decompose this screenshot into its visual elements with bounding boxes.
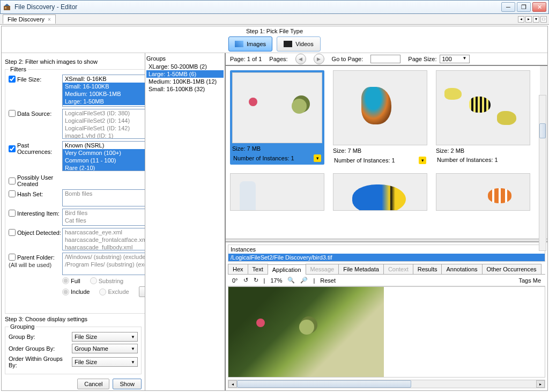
zoom-in-icon[interactable]: 🔍 xyxy=(287,277,295,284)
strip-max-icon[interactable]: □ xyxy=(540,16,547,23)
thumbnail-card[interactable]: Size: 7 MBNumber of Instances: 1▾ xyxy=(333,70,427,165)
list-item[interactable]: Medium: 100KB-1MB xyxy=(63,90,145,98)
substring-radio[interactable]: Substring xyxy=(90,277,123,284)
possibly-user-created-checkbox[interactable] xyxy=(9,177,16,184)
list-item[interactable]: image1.vhd (ID: 1) xyxy=(63,132,145,139)
list-item[interactable]: XSmall: 0-16KB xyxy=(63,75,145,83)
list-item[interactable]: LogicalFileSet3 (ID: 380) xyxy=(63,109,145,117)
list-item[interactable]: haarcascade_eye.xml xyxy=(63,228,145,236)
strip-prev-icon[interactable]: ◂ xyxy=(518,16,524,23)
order-groups-by-dropdown[interactable]: Group Name▼ xyxy=(72,344,138,353)
goto-page-input[interactable] xyxy=(370,55,400,63)
past-occurrences-listbox[interactable]: Known (NSRL) Very Common (100+) Common (… xyxy=(62,141,145,171)
group-item[interactable]: XLarge: 50-200MB (2) xyxy=(146,63,224,70)
list-item[interactable]: Bomb files xyxy=(63,190,145,197)
document-tab[interactable]: File Discovery × xyxy=(3,14,56,24)
data-source-listbox[interactable]: LogicalFileSet3 (ID: 380) LogicalFileSet… xyxy=(62,109,145,139)
thumbnail-grid[interactable]: Size: 7 MBNumber of Instances: 1▾Size: 7… xyxy=(226,66,547,239)
reset-button[interactable]: Reset xyxy=(320,277,336,284)
group-item[interactable]: Small: 16-100KB (32) xyxy=(146,85,224,93)
tags-menu-label[interactable]: Tags Me xyxy=(518,277,541,284)
notable-marker-icon[interactable]: ▾ xyxy=(419,157,426,164)
scrollbar-thumb[interactable] xyxy=(237,380,411,388)
instance-path[interactable]: /LogicalFileSet2/File Discovery/bird3.ti… xyxy=(228,254,545,261)
list-item[interactable]: Rare (2-10) xyxy=(63,164,145,171)
viewer-tab-results[interactable]: Results xyxy=(413,264,442,274)
list-item[interactable]: Large: 1-50MB xyxy=(63,98,145,105)
object-detected-checkbox[interactable] xyxy=(9,229,16,236)
object-detected-label[interactable]: Object Detected: xyxy=(9,228,62,236)
close-button[interactable]: ✕ xyxy=(532,2,546,12)
list-item[interactable]: haarcascade_fullbody.xml xyxy=(63,243,145,250)
rotate-ccw-icon[interactable]: ↺ xyxy=(243,277,248,284)
scrollbar-thumb[interactable] xyxy=(539,123,546,138)
exclude-radio[interactable]: Exclude xyxy=(99,289,129,295)
restore-button[interactable]: ❐ xyxy=(517,2,531,12)
list-item[interactable]: Small: 16-100KB xyxy=(63,83,145,90)
file-size-label[interactable]: File Size: xyxy=(9,75,62,83)
viewer-tab-file-metadata[interactable]: File Metadata xyxy=(338,264,384,274)
strip-menu-icon[interactable]: ▾ xyxy=(533,16,539,23)
prev-page-button[interactable]: ◀ xyxy=(295,54,306,64)
full-radio[interactable]: Full xyxy=(62,277,80,284)
viewer-tab-annotations[interactable]: Annotations xyxy=(441,264,482,274)
thumbnail-card[interactable] xyxy=(436,173,530,211)
next-page-button[interactable]: ▶ xyxy=(314,54,324,64)
list-item[interactable]: /Windows/ (substring) (exclude) xyxy=(63,253,145,261)
viewer-tab-application[interactable]: Application xyxy=(268,264,306,275)
strip-next-icon[interactable]: ▸ xyxy=(525,16,532,23)
file-size-listbox[interactable]: XSmall: 0-16KB Small: 16-100KB Medium: 1… xyxy=(62,75,145,107)
past-occurrences-label[interactable]: Past Occurrences: xyxy=(9,141,62,155)
hash-set-label[interactable]: Hash Set: xyxy=(9,189,62,197)
past-occurrences-checkbox[interactable] xyxy=(9,145,16,152)
include-radio[interactable]: Include xyxy=(62,289,90,295)
list-item[interactable]: Known (NSRL) xyxy=(63,142,145,149)
list-item[interactable]: Bird files xyxy=(63,209,145,217)
parent-folder-listbox[interactable]: /Windows/ (substring) (exclude) /Program… xyxy=(62,253,145,275)
scroll-left-icon[interactable]: ◂ xyxy=(228,380,237,388)
zoom-out-icon[interactable]: 🔎 xyxy=(300,277,308,284)
order-within-groups-by-dropdown[interactable]: File Size▼ xyxy=(72,357,138,367)
thumbnail-card[interactable]: Size: 7 MBNumber of Instances: 1▾ xyxy=(230,70,324,165)
interesting-item-checkbox[interactable] xyxy=(9,210,16,217)
hash-set-listbox[interactable]: Bomb files xyxy=(62,189,145,206)
delete-button[interactable]: Delete xyxy=(139,286,145,297)
group-item[interactable]: Medium: 100KB-1MB (12) xyxy=(146,78,224,85)
horizontal-scrollbar[interactable]: ◂ ▸ xyxy=(228,380,545,388)
parent-folder-checkbox[interactable] xyxy=(9,254,16,261)
notable-marker-icon[interactable]: ▾ xyxy=(314,154,321,162)
interesting-item-listbox[interactable]: Bird files Cat files xyxy=(62,209,145,226)
rotate-cw-icon[interactable]: ↻ xyxy=(254,277,258,284)
group-item[interactable]: Large: 1-50MB (6) xyxy=(146,70,224,78)
cancel-button[interactable]: Cancel xyxy=(77,379,109,389)
thumbnail-card[interactable] xyxy=(230,173,324,211)
page-size-dropdown[interactable]: 100▼ xyxy=(440,55,470,63)
file-size-checkbox[interactable] xyxy=(9,76,16,83)
viewer-tab-other-occurrences[interactable]: Other Occurrences xyxy=(482,264,541,274)
list-item[interactable]: LogicalFileSet1 (ID: 142) xyxy=(63,124,145,132)
scroll-right-icon[interactable]: ▸ xyxy=(536,380,545,388)
list-item[interactable]: Common (11 - 100) xyxy=(63,157,145,164)
list-item[interactable]: LogicalFileSet2 (ID: 144) xyxy=(63,117,145,124)
thumbnail-card[interactable]: Size: 2 MBNumber of Instances: 1 xyxy=(436,70,530,165)
object-detected-listbox[interactable]: haarcascade_eye.xml haarcascade_frontalc… xyxy=(62,228,145,250)
thumbnail-card[interactable] xyxy=(333,173,427,211)
viewer-tab-text[interactable]: Text xyxy=(248,264,268,274)
data-source-label[interactable]: Data Source: xyxy=(9,109,62,117)
list-item[interactable]: /Program Files/ (substring) (excl... xyxy=(63,261,145,268)
hash-set-checkbox[interactable] xyxy=(9,190,16,197)
document-tab-close-icon[interactable]: × xyxy=(48,17,51,23)
possibly-user-created-label[interactable]: Possibly User Created xyxy=(9,173,62,187)
list-item[interactable]: Very Common (100+) xyxy=(63,149,145,157)
group-by-dropdown[interactable]: File Size▼ xyxy=(72,332,138,342)
interesting-item-label[interactable]: Interesting Item: xyxy=(9,209,62,217)
list-item[interactable]: haarcascade_frontalcatface.xml xyxy=(63,236,145,243)
images-type-button[interactable]: Images xyxy=(228,36,272,51)
show-button[interactable]: Show xyxy=(113,379,142,389)
list-item[interactable]: Cat files xyxy=(63,217,145,224)
data-source-checkbox[interactable] xyxy=(9,110,16,117)
parent-folder-label[interactable]: Parent Folder: (All will be used) xyxy=(9,253,62,268)
viewer-tab-hex[interactable]: Hex xyxy=(228,264,248,274)
minimize-button[interactable]: ─ xyxy=(501,2,515,12)
vertical-scrollbar[interactable] xyxy=(539,95,546,251)
